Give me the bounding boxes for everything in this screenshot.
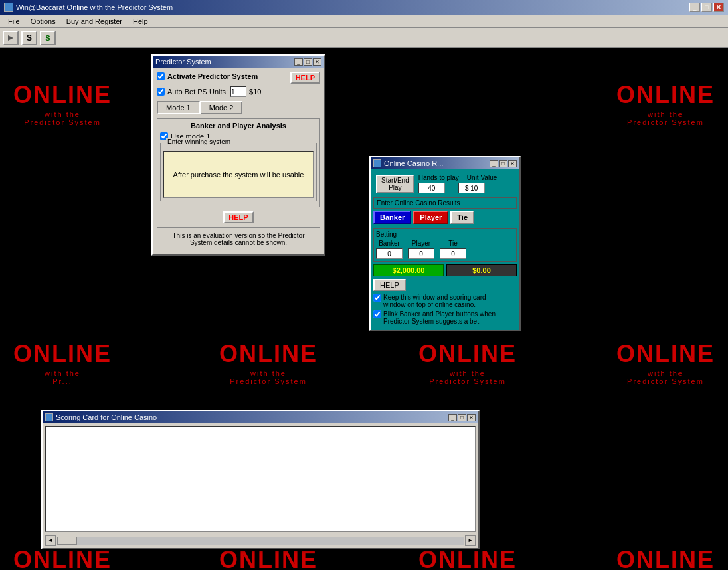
online-label-10: ONLINEwith thePredictor System bbox=[616, 546, 715, 570]
betting-banker-col: Banker bbox=[376, 240, 403, 259]
enter-results-label: Enter Online Casino Results bbox=[373, 197, 517, 209]
mode2-button[interactable]: Mode 2 bbox=[200, 101, 243, 114]
casino-checkbox-2-row: Blink Banker and Player buttons whenPred… bbox=[373, 310, 517, 325]
toolbar-s2-button[interactable]: S bbox=[40, 31, 56, 45]
predictor-close[interactable]: ✕ bbox=[313, 58, 321, 66]
predictor-minimize[interactable]: _ bbox=[294, 58, 303, 66]
mode1-button[interactable]: Mode 1 bbox=[157, 101, 200, 114]
help-button-2[interactable]: HELP bbox=[223, 211, 253, 223]
scroll-track[interactable] bbox=[57, 537, 464, 545]
menu-options[interactable]: Options bbox=[25, 16, 61, 27]
ps-units-input[interactable] bbox=[230, 86, 246, 97]
online-label-4: ONLINEwith thePredictor System bbox=[219, 340, 318, 385]
casino-checkbox-1-label: Keep this window and scoring cardwindow … bbox=[383, 294, 486, 308]
casino-minimize[interactable]: _ bbox=[490, 160, 498, 167]
analysis-section: Banker and Player Analysis Use mode 1 En… bbox=[157, 118, 320, 207]
scoring-content[interactable] bbox=[45, 426, 476, 532]
autobet-row: Auto Bet PS Units: $10 bbox=[157, 86, 320, 97]
predictor-controls: _ □ ✕ bbox=[294, 58, 321, 66]
betting-player-col: Player bbox=[408, 240, 434, 259]
hands-label: Hands to play bbox=[418, 174, 459, 181]
help-button-1[interactable]: HELP bbox=[290, 72, 320, 84]
result-buttons: Banker Player Tie bbox=[373, 211, 517, 224]
maximize-button[interactable]: □ bbox=[701, 3, 712, 12]
online-label-8: ONLINEwith thePredictor System bbox=[219, 546, 318, 570]
title-bar: Win@Baccarat Online with the Predictor S… bbox=[0, 0, 728, 15]
casino-content: Start/EndPlay Hands to play Unit Value bbox=[371, 169, 519, 330]
scroll-right-button[interactable]: ► bbox=[465, 535, 476, 546]
online-label-7: ONLINEwith thePredictor System bbox=[13, 546, 112, 570]
menu-file[interactable]: File bbox=[3, 16, 25, 27]
scoring-controls: _ □ ✕ bbox=[448, 414, 476, 421]
betting-banker-input[interactable] bbox=[376, 248, 403, 259]
menu-buy-register[interactable]: Buy and Register bbox=[61, 16, 128, 27]
casino-title-bar: Online Casino R... _ □ ✕ bbox=[371, 157, 519, 169]
hands-input[interactable] bbox=[418, 183, 445, 193]
scoring-window: Scoring Card for Online Casino _ □ ✕ ◄ ► bbox=[41, 410, 480, 549]
player-button[interactable]: Player bbox=[413, 211, 448, 224]
betting-row: Banker Player Tie bbox=[376, 240, 514, 259]
main-window: Win@Baccarat Online with the Predictor S… bbox=[0, 0, 728, 570]
unit-label: Unit Value bbox=[467, 174, 497, 181]
money-row: $2,000.00 $0.00 bbox=[373, 264, 517, 276]
title-bar-controls: _ □ ✕ bbox=[689, 3, 724, 12]
casino-maximize[interactable]: □ bbox=[499, 160, 507, 167]
betting-player-label: Player bbox=[412, 240, 430, 247]
start-end-row: Start/EndPlay Hands to play Unit Value bbox=[373, 172, 517, 195]
casino-help-button[interactable]: HELP bbox=[373, 279, 406, 291]
toolbar-s-button[interactable]: S bbox=[21, 31, 37, 45]
winning-system-fieldset: Enter winning system After purchase the … bbox=[160, 143, 317, 201]
title-bar-left: Win@Baccarat Online with the Predictor S… bbox=[4, 3, 173, 12]
menu-help[interactable]: Help bbox=[128, 16, 153, 27]
casino-checkbox-2-label: Blink Banker and Player buttons whenPred… bbox=[383, 310, 496, 325]
activate-row: Activate Predictor System bbox=[157, 72, 258, 80]
scoring-maximize[interactable]: □ bbox=[458, 414, 466, 421]
winning-system-box: After purchase the system will be usable bbox=[163, 151, 314, 198]
scroll-left-button[interactable]: ◄ bbox=[45, 535, 56, 546]
activate-label: Activate Predictor System bbox=[167, 72, 258, 80]
activate-checkbox[interactable] bbox=[157, 72, 165, 80]
scoring-title-bar: Scoring Card for Online Casino _ □ ✕ bbox=[43, 411, 478, 423]
start-end-button[interactable]: Start/EndPlay bbox=[376, 175, 414, 193]
casino-window: Online Casino R... _ □ ✕ Start/EndPlay bbox=[369, 156, 521, 331]
betting-tie-col: Tie bbox=[440, 240, 466, 259]
autobet-checkbox[interactable] bbox=[157, 88, 165, 96]
online-label-2: ONLINEwith thePredictor System bbox=[616, 81, 715, 126]
mode-buttons: Mode 1 Mode 2 bbox=[157, 101, 320, 114]
toolbar-arrow-button[interactable] bbox=[3, 31, 19, 45]
scoring-close[interactable]: ✕ bbox=[467, 414, 476, 421]
online-label-5: ONLINEwith thePredictor System bbox=[418, 340, 517, 385]
scoring-scrollbar-h[interactable]: ◄ ► bbox=[45, 535, 476, 545]
betting-player-input[interactable] bbox=[408, 248, 434, 259]
analysis-title: Banker and Player Analysis bbox=[160, 122, 317, 130]
unit-input[interactable] bbox=[458, 183, 485, 193]
predictor-title-bar: Predictor System _ □ ✕ bbox=[153, 56, 324, 68]
predictor-maximize[interactable]: □ bbox=[304, 58, 312, 66]
scroll-thumb[interactable] bbox=[57, 537, 77, 545]
betting-tie-input[interactable] bbox=[440, 248, 466, 259]
online-label-9: ONLINEwith thePredictor System bbox=[418, 546, 517, 570]
scoring-icon bbox=[45, 413, 53, 421]
scoring-minimize[interactable]: _ bbox=[448, 414, 457, 421]
money-profit: $0.00 bbox=[446, 264, 517, 276]
money-balance: $2,000.00 bbox=[373, 264, 444, 276]
online-label-1: ONLINEwith thePredictor System bbox=[13, 81, 112, 126]
predictor-window: Predictor System _ □ ✕ Activate Predicto… bbox=[151, 54, 325, 256]
content-area: ONLINEwith thePredictor System ONLINEwit… bbox=[0, 48, 728, 570]
casino-checkbox-2[interactable] bbox=[373, 310, 381, 318]
scoring-title: Scoring Card for Online Casino bbox=[56, 413, 157, 421]
casino-checkbox-1[interactable] bbox=[373, 294, 381, 302]
betting-section: Betting Banker Player Tie bbox=[373, 228, 517, 262]
banker-button[interactable]: Banker bbox=[373, 211, 411, 224]
minimize-button[interactable]: _ bbox=[689, 3, 700, 12]
casino-close[interactable]: ✕ bbox=[508, 160, 517, 167]
start-end-label: Start/EndPlay bbox=[381, 177, 409, 191]
betting-banker-label: Banker bbox=[379, 240, 400, 247]
toolbar: S S bbox=[0, 28, 728, 48]
casino-controls: _ □ ✕ bbox=[490, 160, 517, 167]
close-button[interactable]: ✕ bbox=[713, 3, 724, 12]
predictor-title: Predictor System bbox=[155, 58, 211, 66]
tie-button[interactable]: Tie bbox=[450, 211, 474, 224]
fieldset-legend: Enter winning system bbox=[166, 138, 232, 145]
casino-title: Online Casino R... bbox=[384, 159, 443, 167]
